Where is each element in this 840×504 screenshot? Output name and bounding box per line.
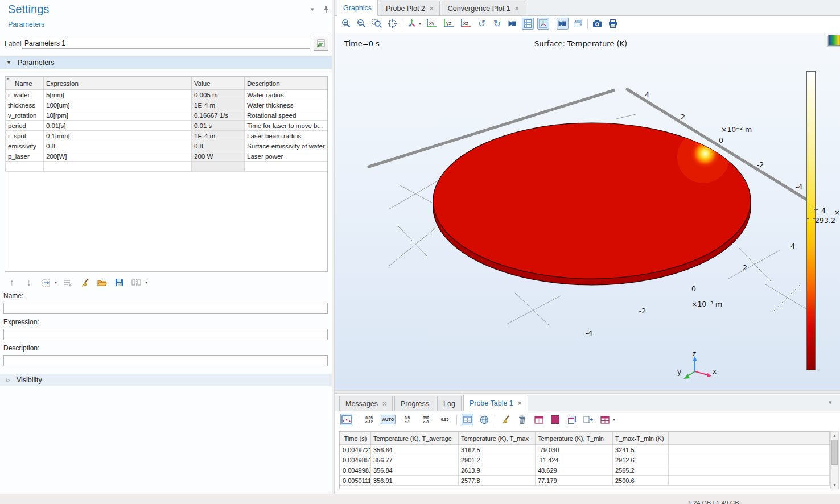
rotate-left-icon[interactable]: ↺: [476, 18, 488, 30]
probe-row[interactable]: 0.0049981356.842613.948.6292565.2: [340, 465, 830, 476]
zoom-extents-icon[interactable]: [386, 18, 398, 30]
close-icon[interactable]: ×: [382, 400, 386, 408]
view-xz-icon[interactable]: xz: [459, 18, 472, 30]
param-row[interactable]: r_wafer5[mm]0.005 mWafer radius: [6, 90, 328, 100]
probe-col-time: Time (s): [340, 432, 371, 445]
locale-globe-icon[interactable]: [478, 414, 490, 425]
sweep-icon[interactable]: [79, 276, 91, 288]
print-icon[interactable]: [607, 18, 619, 30]
panel-menu-chevron-icon[interactable]: ▾: [311, 6, 314, 13]
grid-icon[interactable]: [522, 18, 534, 30]
tab-progress[interactable]: Progress: [394, 396, 435, 411]
description-input[interactable]: [3, 355, 328, 366]
zoom-in-icon[interactable]: [340, 18, 352, 30]
visibility-section-header[interactable]: ▷ Visibility: [0, 374, 332, 386]
snapshot-icon[interactable]: [591, 18, 603, 30]
view-yz-icon[interactable]: yz: [442, 18, 455, 30]
rotate-right-icon[interactable]: ↻: [491, 18, 503, 30]
clear-table-broom-icon[interactable]: [500, 414, 512, 425]
full-precision-icon[interactable]: [462, 414, 473, 425]
param-row[interactable]: emissivity0.80.8Surface emissivity of wa…: [6, 141, 328, 151]
update-results-icon[interactable]: [340, 414, 352, 425]
table-settings-icon[interactable]: [599, 414, 611, 425]
default-view-caret-icon[interactable]: ▾: [419, 21, 421, 26]
svg-text:xz: xz: [463, 20, 469, 26]
tab-probe-plot-2[interactable]: Probe Plot 2×: [380, 1, 440, 16]
probe-row[interactable]: 0.0050111356.912577.877.1792500.6: [340, 476, 830, 486]
view-axes-icon[interactable]: [537, 18, 549, 30]
probe-row[interactable]: 0.0049851356.772901.2-11.4242912.6: [340, 455, 830, 465]
memory-usage: 1.24 GB | 1.49 GB: [688, 499, 739, 504]
movie-camera-icon[interactable]: [507, 18, 518, 30]
graphics-canvas[interactable]: Time=0 s Surface: Temperature (K): [335, 33, 840, 390]
scene-light-icon[interactable]: [557, 18, 569, 30]
move-down-icon[interactable]: ↓: [23, 276, 35, 288]
engineering-notation-icon[interactable]: 8.5e-1: [400, 414, 414, 425]
delete-table-icon[interactable]: [516, 414, 528, 425]
swap-columns-icon[interactable]: [130, 276, 142, 288]
param-row[interactable]: p_laser200[W]200 WLaser power: [6, 151, 328, 162]
color-swatch-icon[interactable]: [549, 414, 561, 425]
scroll-up-icon[interactable]: ▲: [831, 432, 838, 439]
table-settings-caret-icon[interactable]: ▾: [613, 417, 615, 422]
param-row[interactable]: v_rotation10[rpm]0.16667 1/sRotational s…: [6, 110, 328, 121]
export-table-icon[interactable]: [582, 414, 594, 425]
sci-notation-icon[interactable]: 8.85e-12: [362, 414, 376, 425]
expression-input[interactable]: [3, 329, 328, 340]
param-row-empty[interactable]: [6, 162, 328, 172]
move-up-icon[interactable]: ↑: [6, 276, 18, 288]
y-tick: -2: [757, 160, 764, 169]
scroll-thumb[interactable]: [831, 440, 838, 465]
load-file-icon[interactable]: [96, 276, 108, 288]
zoom-box-icon[interactable]: [371, 18, 383, 30]
collapse-arrow-icon: ▼: [6, 60, 11, 65]
param-row[interactable]: thickness100[um]1E-4 mWafer thickness: [6, 100, 328, 110]
default-view-icon[interactable]: [406, 18, 418, 30]
indent-caret-icon[interactable]: ▾: [55, 280, 57, 285]
probe-table-scrollbar[interactable]: ▲ ▼: [830, 431, 839, 489]
tab-overflow-chevron-icon[interactable]: ▾: [829, 399, 832, 406]
auto-notation-icon[interactable]: AUTO: [381, 415, 396, 424]
tab-convergence-plot-1[interactable]: Convergence Plot 1×: [442, 1, 525, 16]
results-tabbar: Messages× Progress Log Probe Table 1×: [335, 395, 840, 411]
copy-table-icon[interactable]: [566, 414, 578, 425]
tab-messages[interactable]: Messages×: [339, 396, 393, 411]
parameters-section-header[interactable]: ▼ Parameters: [0, 56, 332, 69]
tab-log[interactable]: Log: [437, 396, 462, 411]
label-input[interactable]: [22, 38, 310, 49]
name-input[interactable]: [3, 303, 328, 314]
label-caption: Label:: [5, 40, 23, 48]
close-icon[interactable]: ×: [515, 5, 519, 13]
expand-columns-icon[interactable]: ▸▸: [7, 77, 9, 81]
clear-table-icon[interactable]: [62, 276, 74, 288]
decimal-notation-icon[interactable]: 0.85: [438, 414, 452, 425]
probe-col-t-max: Temperature (K), T_max: [459, 432, 536, 445]
swap-caret-icon[interactable]: ▾: [145, 280, 147, 285]
visibility-section-title: Visibility: [17, 376, 42, 384]
y-tick: 4: [645, 90, 649, 99]
probe-row[interactable]: 0.0049721356.643162.5-79.0303241.5: [340, 445, 830, 455]
transparency-icon[interactable]: [572, 18, 584, 30]
param-row[interactable]: period0.01[s]0.01 sTime for laser to mov…: [6, 121, 328, 131]
param-row[interactable]: r_spot0.1[mm]1E-4 mLaser beam radius: [6, 131, 328, 141]
zoom-out-icon[interactable]: [356, 18, 368, 30]
toolbar-separator: [402, 19, 402, 29]
compact-notation-icon[interactable]: 850e-3: [419, 414, 433, 425]
toolbar-separator: [357, 415, 357, 425]
rename-button[interactable]: [314, 36, 328, 51]
indent-icon[interactable]: [40, 276, 52, 288]
save-file-icon[interactable]: [113, 276, 125, 288]
close-icon[interactable]: ×: [518, 399, 522, 407]
add-table-plot-icon[interactable]: [533, 414, 545, 425]
triad-x-label: x: [713, 367, 717, 375]
toolbar-separator: [553, 19, 553, 29]
param-col-name: ▸▸Name: [6, 77, 44, 90]
probe-col-empty: [669, 432, 830, 445]
tab-graphics[interactable]: Graphics: [337, 0, 378, 16]
scroll-down-icon[interactable]: ▼: [831, 481, 838, 489]
pin-icon[interactable]: [323, 5, 330, 14]
close-icon[interactable]: ×: [430, 5, 434, 13]
tab-probe-table-1[interactable]: Probe Table 1×: [463, 395, 528, 411]
view-xy-icon[interactable]: xy: [425, 18, 438, 30]
coordinate-triad: z y x: [675, 350, 727, 387]
